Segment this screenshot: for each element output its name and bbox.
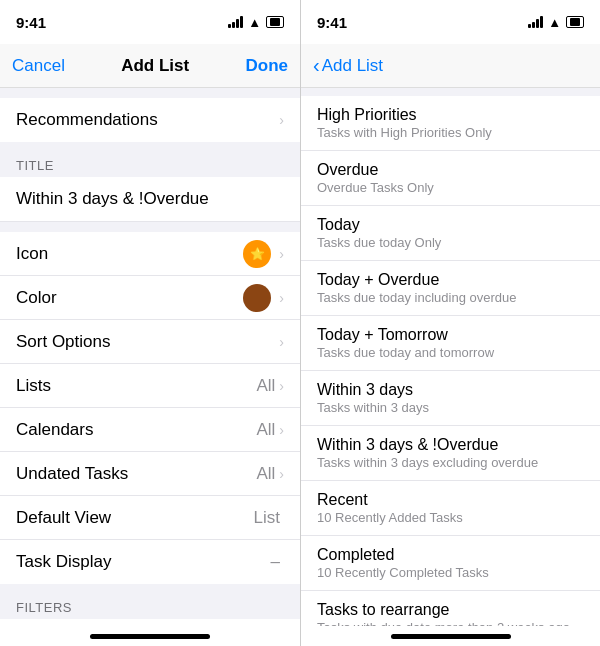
battery-icon-right: [566, 16, 584, 28]
lists-label: Lists: [16, 376, 256, 396]
item-title: Tasks to rearrange: [317, 601, 584, 619]
recommendations-row[interactable]: Recommendations ›: [0, 98, 300, 142]
task-display-label: Task Display: [16, 552, 271, 572]
undated-tasks-label: Undated Tasks: [16, 464, 256, 484]
status-icons-right: ▲: [528, 15, 584, 30]
icon-circle: ⭐: [243, 240, 271, 268]
chevron-icon: ›: [279, 334, 284, 350]
default-view-value: List: [254, 508, 280, 528]
item-title: Within 3 days & !Overdue: [317, 436, 584, 454]
item-title: Today: [317, 216, 584, 234]
item-subtitle: Overdue Tasks Only: [317, 180, 584, 195]
signal-icon: [228, 16, 243, 28]
item-subtitle: Tasks due today including overdue: [317, 290, 584, 305]
title-section-label: TITLE: [16, 158, 54, 173]
item-subtitle: Tasks due today and tomorrow: [317, 345, 584, 360]
wifi-icon-right: ▲: [548, 15, 561, 30]
calendars-row[interactable]: Calendars All ›: [0, 408, 300, 452]
right-screen: 9:41 ▲ ‹ Add List High Priorities T: [300, 0, 600, 646]
chevron-icon: ›: [279, 466, 284, 482]
icon-row[interactable]: Icon ⭐ ›: [0, 232, 300, 276]
sort-options-label: Sort Options: [16, 332, 279, 352]
nav-bar-left: Cancel Add List Done: [0, 44, 300, 88]
signal-icon-right: [528, 16, 543, 28]
settings-group: Icon ⭐ › Color › Sort Options › Lists Al…: [0, 232, 300, 584]
sort-options-row[interactable]: Sort Options ›: [0, 320, 300, 364]
cancel-button[interactable]: Cancel: [12, 56, 65, 76]
recommendations-label: Recommendations: [16, 110, 279, 130]
list-item-today[interactable]: Today Tasks due today Only: [301, 206, 600, 261]
chevron-icon: ›: [279, 246, 284, 262]
status-bar-right: 9:41 ▲: [301, 0, 600, 44]
nav-bar-right: ‹ Add List: [301, 44, 600, 88]
list-item-rearrange[interactable]: Tasks to rearrange Tasks with due date m…: [301, 591, 600, 626]
title-input[interactable]: [16, 189, 284, 209]
left-content: Recommendations › TITLE Icon ⭐ › Color: [0, 88, 300, 626]
list-item-within-3-days-overdue[interactable]: Within 3 days & !Overdue Tasks within 3 …: [301, 426, 600, 481]
item-subtitle: 10 Recently Added Tasks: [317, 510, 584, 525]
item-title: Recent: [317, 491, 584, 509]
icon-label: Icon: [16, 244, 243, 264]
calendars-label: Calendars: [16, 420, 256, 440]
undated-tasks-row[interactable]: Undated Tasks All ›: [0, 452, 300, 496]
item-title: High Priorities: [317, 106, 584, 124]
filters-section-label: FILTERS: [16, 600, 72, 615]
status-icons-left: ▲: [228, 15, 284, 30]
item-subtitle: Tasks due today Only: [317, 235, 584, 250]
item-title: Today + Overdue: [317, 271, 584, 289]
battery-icon: [266, 16, 284, 28]
wifi-icon: ▲: [248, 15, 261, 30]
lists-value: All: [256, 376, 275, 396]
default-view-label: Default View: [16, 508, 254, 528]
home-bar: [90, 634, 210, 639]
list-item-today-overdue[interactable]: Today + Overdue Tasks due today includin…: [301, 261, 600, 316]
back-button[interactable]: ‹ Add List: [313, 54, 383, 77]
list-item-today-tomorrow[interactable]: Today + Tomorrow Tasks due today and tom…: [301, 316, 600, 371]
task-display-row[interactable]: Task Display –: [0, 540, 300, 584]
home-indicator-left: [0, 626, 300, 646]
chevron-icon: ›: [279, 378, 284, 394]
item-title: Within 3 days: [317, 381, 584, 399]
default-view-row[interactable]: Default View List: [0, 496, 300, 540]
color-circle: [243, 284, 271, 312]
item-subtitle: Tasks within 3 days: [317, 400, 584, 415]
time-left: 9:41: [16, 14, 46, 31]
right-content: High Priorities Tasks with High Prioriti…: [301, 88, 600, 626]
item-title: Overdue: [317, 161, 584, 179]
home-bar-right: [391, 634, 511, 639]
color-row[interactable]: Color ›: [0, 276, 300, 320]
undated-tasks-value: All: [256, 464, 275, 484]
filters-group: Scheduled Within 3 days Scheduled 1 Over…: [0, 619, 300, 626]
filters-section-gap: FILTERS: [0, 584, 300, 619]
home-indicator-right: [301, 626, 600, 646]
list-item-completed[interactable]: Completed 10 Recently Completed Tasks: [301, 536, 600, 591]
status-bar-left: 9:41 ▲: [0, 0, 300, 44]
list-item-overdue[interactable]: Overdue Overdue Tasks Only: [301, 151, 600, 206]
back-label: Add List: [322, 56, 383, 76]
lists-row[interactable]: Lists All ›: [0, 364, 300, 408]
time-right: 9:41: [317, 14, 347, 31]
calendars-value: All: [256, 420, 275, 440]
item-subtitle: Tasks with High Priorities Only: [317, 125, 584, 140]
item-subtitle: 10 Recently Completed Tasks: [317, 565, 584, 580]
back-chevron-icon: ‹: [313, 54, 320, 77]
item-subtitle: Tasks within 3 days excluding overdue: [317, 455, 584, 470]
list-item-high-priorities[interactable]: High Priorities Tasks with High Prioriti…: [301, 96, 600, 151]
left-screen: 9:41 ▲ Cancel Add List Done Recommendati…: [0, 0, 300, 646]
item-title: Today + Tomorrow: [317, 326, 584, 344]
list-item-recent[interactable]: Recent 10 Recently Added Tasks: [301, 481, 600, 536]
filter-row-1[interactable]: Scheduled Within 3 days: [0, 619, 300, 626]
right-list-group: High Priorities Tasks with High Prioriti…: [301, 96, 600, 626]
title-group: [0, 177, 300, 222]
list-item-within-3-days[interactable]: Within 3 days Tasks within 3 days: [301, 371, 600, 426]
done-button[interactable]: Done: [245, 56, 288, 76]
recommendations-group: Recommendations ›: [0, 98, 300, 142]
chevron-icon: ›: [279, 422, 284, 438]
chevron-icon: ›: [279, 290, 284, 306]
item-title: Completed: [317, 546, 584, 564]
title-row[interactable]: [0, 177, 300, 222]
task-display-value: –: [271, 552, 280, 572]
chevron-icon: ›: [279, 112, 284, 128]
color-label: Color: [16, 288, 243, 308]
nav-title-left: Add List: [121, 56, 189, 76]
